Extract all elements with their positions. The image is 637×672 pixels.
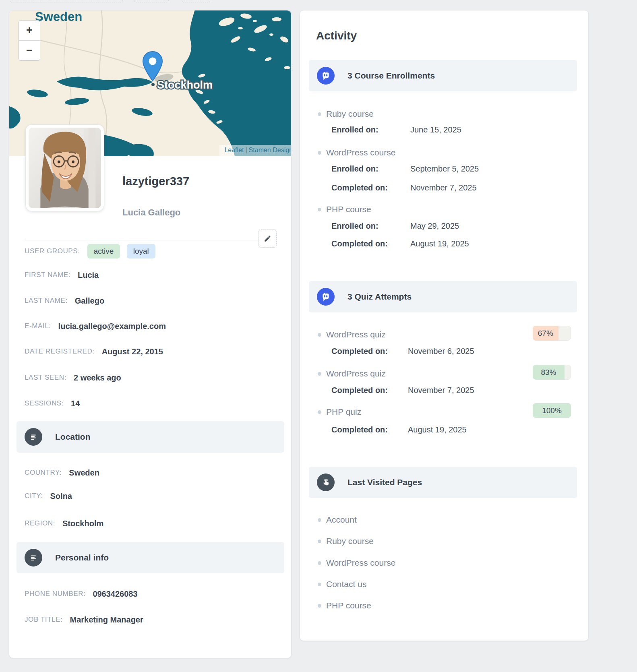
course-name: Ruby course	[326, 109, 374, 119]
field-row: FIRST NAME: Lucia	[25, 267, 276, 283]
field-value: Solna	[50, 492, 72, 501]
activity-card: Activity 3 Course Enrollments Ruby cours…	[300, 10, 589, 641]
quiz-name: PHP quiz	[326, 407, 361, 417]
visited-page-name: WordPress course	[326, 558, 395, 568]
field-value: Lucia	[78, 271, 99, 280]
field-label: LAST SEEN:	[25, 374, 66, 382]
top-cropped-chip	[10, 0, 123, 2]
section-title: Location	[55, 432, 91, 442]
list-lines-icon	[25, 428, 42, 446]
top-cropped-chip	[134, 0, 169, 2]
list-lines-icon	[25, 549, 42, 567]
bullet-dot	[318, 518, 321, 522]
list-item: WordPress course	[318, 147, 572, 158]
visited-page-name: Contact us	[326, 579, 366, 589]
leaflet-link[interactable]: Leaflet	[224, 147, 244, 153]
list-item: Ruby course	[318, 536, 572, 546]
detail-label: Completed on:	[331, 425, 408, 434]
visited-page-name: Account	[326, 515, 357, 525]
field-value: 14	[71, 399, 80, 408]
attribution-separator: |	[244, 147, 248, 153]
field-label: PHONE NUMBER:	[25, 590, 85, 598]
field-row: COUNTRY: Sweden	[25, 464, 276, 481]
field-row: LAST SEEN: 2 weeks ago	[25, 369, 276, 386]
city-dot	[151, 83, 155, 86]
edit-groups-button[interactable]	[258, 229, 277, 248]
list-item: WordPress course	[318, 558, 572, 568]
field-label: USER GROUPS:	[25, 247, 80, 255]
field-label: REGION:	[25, 519, 55, 527]
detail-label: Completed on:	[331, 386, 408, 395]
detail-value: August 19, 2025	[408, 425, 467, 434]
detail-label: Completed on:	[331, 183, 410, 192]
field-label: COUNTRY:	[25, 469, 62, 477]
visited-page-name: Ruby course	[326, 536, 374, 546]
quiz-name: WordPress quiz	[326, 330, 386, 339]
bullet-dot	[318, 112, 321, 116]
detail-label: Enrolled on:	[331, 221, 410, 231]
quiz-attempts-section-header: 3 Quiz Attempts	[309, 281, 577, 312]
section-title: Last Visited Pages	[347, 478, 422, 487]
field-label: E-MAIL:	[25, 322, 51, 330]
quiz-score-badge: 83%	[533, 365, 571, 380]
user-profile-card: Sweden Stockholm + − Leaflet|Stamen Desi…	[9, 10, 292, 658]
detail-row: Completed on: August 19, 2025	[331, 238, 572, 249]
last-visited-section-header: Last Visited Pages	[309, 467, 577, 498]
field-value: Gallego	[75, 296, 104, 306]
bullet-dot	[318, 151, 321, 155]
bullet-dot	[318, 410, 321, 414]
field-label: FIRST NAME:	[25, 271, 70, 279]
field-row: JOB TITLE: Marketing Manager	[25, 611, 276, 628]
quiz-score-value: 67%	[533, 326, 558, 341]
field-label: LAST NAME:	[25, 297, 68, 305]
quiz-score-value: 100%	[533, 403, 571, 418]
quiz-name: WordPress quiz	[326, 369, 386, 378]
bullet-dot	[318, 333, 321, 337]
field-label: CITY:	[25, 492, 43, 500]
detail-value: November 7, 2025	[410, 183, 477, 192]
field-row: DATE REGISTERED: August 22, 2015	[25, 343, 276, 360]
section-title: 3 Course Enrollments	[347, 71, 435, 81]
enrollments-section-header: 3 Course Enrollments	[309, 60, 577, 91]
list-item: Contact us	[318, 579, 572, 589]
bullet-dot	[318, 561, 321, 565]
map-city-label: Stockholm	[157, 79, 213, 91]
detail-row: Enrolled on: June 15, 2025	[331, 124, 572, 135]
list-item: PHP course	[318, 204, 572, 215]
detail-row: Enrolled on: May 29, 2025	[331, 221, 572, 231]
detail-label: Enrolled on:	[331, 125, 410, 134]
avatar-photo	[29, 128, 101, 208]
list-item: Account	[318, 515, 572, 525]
field-label: DATE REGISTERED:	[25, 347, 95, 356]
list-item: PHP course	[318, 600, 572, 611]
stamen-link[interactable]: Stamen Design	[249, 147, 291, 153]
detail-label: Enrolled on:	[331, 164, 410, 174]
map-zoom-control: + −	[19, 20, 40, 61]
field-label: JOB TITLE:	[25, 616, 63, 624]
bullet-dot	[318, 583, 321, 586]
field-row: SESSIONS: 14	[25, 395, 276, 412]
field-row: CITY: Solna	[25, 488, 276, 505]
owl-course-icon	[317, 67, 335, 85]
personal-info-section-header: Personal info	[17, 542, 284, 573]
map-country-label: Sweden	[35, 10, 82, 24]
detail-label: Completed on:	[331, 347, 408, 356]
tap-hand-icon	[317, 474, 335, 491]
map-attribution: Leaflet|Stamen Design	[219, 145, 291, 156]
quiz-score-badge: 100%	[533, 403, 571, 418]
activity-title: Activity	[316, 29, 357, 42]
field-value: Sweden	[69, 468, 99, 478]
zoom-in-button[interactable]: +	[19, 21, 40, 40]
username: lazytiger337	[122, 175, 189, 188]
visited-page-name: PHP course	[326, 601, 371, 610]
field-value: 0963426083	[93, 589, 137, 599]
top-cropped-chip	[182, 0, 210, 2]
zoom-out-button[interactable]: −	[19, 40, 40, 60]
field-row-user-groups: USER GROUPS: active loyal	[25, 243, 276, 260]
detail-value: September 5, 2025	[410, 164, 479, 174]
group-badge-active: active	[87, 244, 120, 258]
field-row: PHONE NUMBER: 0963426083	[25, 585, 276, 602]
user-group-badges: active loyal	[87, 244, 160, 258]
avatar	[25, 124, 104, 211]
field-label: SESSIONS:	[25, 399, 64, 407]
